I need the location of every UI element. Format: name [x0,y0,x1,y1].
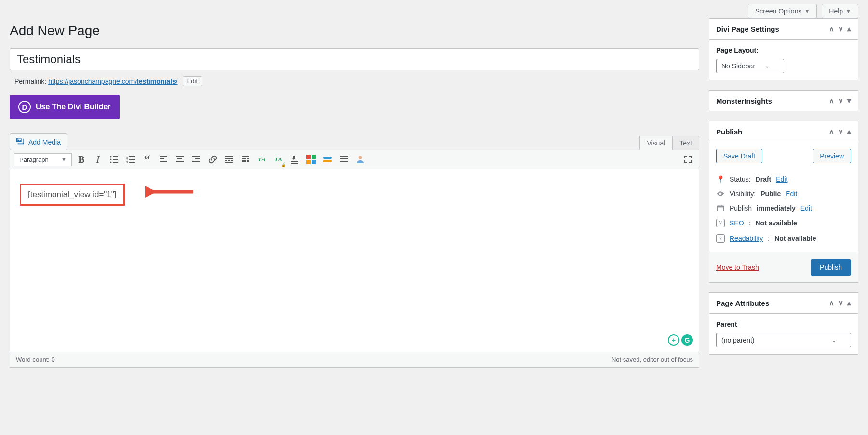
svg-rect-7 [129,156,135,157]
bullet-list-icon[interactable] [108,153,121,166]
svg-point-4 [110,162,112,163]
svg-rect-37 [340,158,348,159]
italic-icon[interactable]: I [91,153,105,166]
monsterinsights-panel-header[interactable]: MonsterInsights ∧∨▾ [709,91,858,111]
user-icon[interactable] [353,153,367,166]
page-layout-select[interactable]: No Sidebar ⌄ [716,59,784,73]
move-to-trash-link[interactable]: Move to Trash [716,264,759,271]
svg-rect-31 [242,160,244,162]
divi-logo-icon: D [18,101,31,113]
post-title-input[interactable] [10,48,699,70]
editor-status: Not saved, editor out of focus [611,356,693,363]
divi-builder-button[interactable]: D Use The Divi Builder [10,95,120,119]
screen-options-label: Screen Options [755,7,802,15]
monsterinsights-panel: MonsterInsights ∧∨▾ [709,90,858,111]
caret-up-icon[interactable]: ▴ [847,127,851,136]
align-center-icon[interactable] [173,153,187,166]
chevron-down-icon[interactable]: ∨ [838,25,843,33]
align-right-icon[interactable] [190,153,203,166]
page-break-icon[interactable] [288,153,301,166]
justify-icon[interactable] [337,153,351,166]
add-media-button[interactable]: Add Media [10,133,67,150]
edit-status-link[interactable]: Edit [776,175,787,183]
edit-visibility-link[interactable]: Edit [786,190,797,198]
align-left-icon[interactable] [157,153,170,166]
svg-rect-21 [225,156,233,157]
page-title: Add New Page [10,23,699,39]
svg-rect-25 [231,160,233,161]
svg-rect-38 [340,161,348,162]
ta-lock-icon[interactable]: TA🔒 [271,153,285,166]
ta-icon[interactable]: TA [255,153,269,166]
page-attributes-panel-header[interactable]: Page Attributes ∧∨▴ [709,293,858,314]
svg-text:3: 3 [126,161,128,164]
grammarly-icon[interactable]: G [681,334,693,346]
svg-point-39 [359,156,362,159]
svg-rect-44 [721,205,722,206]
svg-rect-43 [719,205,719,206]
blockquote-icon[interactable]: “ [140,153,154,166]
eye-icon [716,190,725,198]
svg-rect-13 [160,158,164,159]
help-label: Help [829,7,843,15]
annotation-arrow-icon [145,185,198,199]
page-attributes-panel: Page Attributes ∧∨▴ Parent (no parent) ⌄ [709,292,858,355]
bold-icon[interactable]: B [75,153,88,166]
caret-down-icon[interactable]: ▾ [847,96,851,105]
colored-blocks-icon[interactable] [304,153,318,166]
svg-rect-27 [242,156,249,157]
caret-up-icon[interactable]: ▴ [847,25,851,33]
media-icon [16,137,25,147]
chevron-down-icon: ⌄ [832,337,836,343]
edit-publish-date-link[interactable]: Edit [800,204,812,212]
toolbar-toggle-icon[interactable] [239,153,252,166]
insert-more-icon[interactable] [222,153,236,166]
svg-rect-26 [225,162,233,163]
readability-link[interactable]: Readability [730,235,763,242]
numbered-list-icon[interactable]: 123 [124,153,137,166]
parent-select[interactable]: (no parent) ⌄ [716,333,851,347]
svg-rect-22 [225,158,233,159]
chevron-down-icon[interactable]: ∨ [838,127,843,136]
caret-up-icon[interactable]: ▴ [847,299,851,307]
svg-rect-36 [340,156,348,157]
svg-rect-18 [192,156,200,157]
svg-rect-14 [160,161,167,162]
tab-visual[interactable]: Visual [639,136,672,150]
screen-options-button[interactable]: Screen Options ▼ [748,4,817,18]
svg-rect-35 [291,163,298,164]
fullscreen-icon[interactable] [681,153,695,166]
permalink-link[interactable]: https://jasonchampagne.com/testimonials/ [48,78,177,85]
save-draft-button[interactable]: Save Draft [716,149,762,163]
publish-button[interactable]: Publish [811,259,851,276]
chevron-up-icon[interactable]: ∧ [829,299,834,307]
chevron-up-icon[interactable]: ∧ [829,25,834,33]
page-layout-label: Page Layout: [716,46,851,54]
caret-down-icon: ▼ [804,8,810,14]
pill-stack-icon[interactable] [321,153,334,166]
chevron-down-icon[interactable]: ∨ [838,96,843,105]
tab-text[interactable]: Text [672,136,699,150]
paragraph-select[interactable]: Paragraph▼ [14,153,72,166]
divi-page-settings-panel: Divi Page Settings ∧∨▴ Page Layout: No S… [709,18,858,80]
editor-content-area[interactable]: [testimonial_view id="1"] + G [10,169,699,352]
chevron-up-icon[interactable]: ∧ [829,96,834,105]
edit-permalink-button[interactable]: Edit [183,76,202,86]
help-button[interactable]: Help ▼ [822,4,858,18]
preview-button[interactable]: Preview [813,149,851,163]
seo-link[interactable]: SEO [730,219,744,227]
svg-rect-24 [228,160,230,161]
chevron-down-icon[interactable]: ∨ [838,299,843,307]
svg-rect-20 [192,161,200,162]
link-icon[interactable] [206,153,219,166]
svg-rect-16 [177,158,182,159]
caret-down-icon: ▼ [846,8,851,14]
chevron-up-icon[interactable]: ∧ [829,127,834,136]
svg-rect-9 [129,159,135,160]
word-count: Word count: 0 [16,356,55,363]
publish-panel-header[interactable]: Publish ∧∨▴ [709,121,858,142]
svg-rect-11 [129,162,135,163]
grammarly-add-icon[interactable]: + [668,334,679,346]
svg-point-2 [110,159,112,160]
divi-settings-panel-header[interactable]: Divi Page Settings ∧∨▴ [709,19,858,40]
